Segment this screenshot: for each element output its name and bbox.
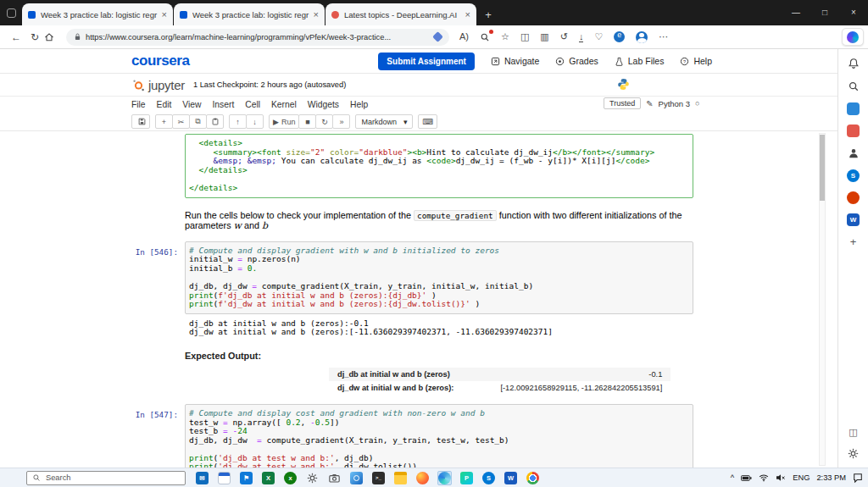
wifi-icon[interactable] bbox=[759, 473, 769, 482]
maximize-button[interactable]: □ bbox=[810, 0, 839, 25]
interrupt-kernel-button[interactable]: ■ bbox=[298, 114, 316, 129]
address-bar[interactable]: https://www.coursera.org/learn/machine-l… bbox=[66, 29, 449, 46]
menu-file[interactable]: File bbox=[131, 100, 146, 109]
code-cell-547[interactable]: # Compute and display cost and gradient … bbox=[185, 404, 693, 468]
menu-kernel[interactable]: Kernel bbox=[271, 100, 297, 109]
grades-button[interactable]: Grades bbox=[555, 56, 598, 66]
run-cell-button[interactable]: ▶ Run bbox=[269, 114, 299, 129]
move-cell-up-button[interactable]: ↑ bbox=[229, 114, 247, 129]
markdown-cell-selected[interactable]: <details> <summary><font size="2" color=… bbox=[185, 134, 693, 198]
firefox-icon[interactable] bbox=[415, 471, 430, 485]
minimize-button[interactable]: — bbox=[782, 0, 810, 25]
tab-close-icon[interactable]: × bbox=[162, 9, 167, 19]
drop-icon[interactable] bbox=[847, 102, 860, 115]
volume-muted-icon[interactable] bbox=[776, 473, 786, 482]
paste-cell-button[interactable] bbox=[206, 114, 224, 129]
sidebar-settings-icon[interactable] bbox=[847, 446, 860, 460]
mail-icon[interactable]: ✉ bbox=[195, 471, 209, 485]
shopping-icon[interactable] bbox=[480, 32, 490, 42]
more-options-icon[interactable]: ⋯ bbox=[659, 32, 668, 42]
copilot-button[interactable] bbox=[842, 28, 864, 46]
taskbar-search[interactable]: Search bbox=[26, 471, 186, 485]
menu-help[interactable]: Help bbox=[350, 100, 368, 109]
terminal-icon[interactable]: >_ bbox=[371, 471, 386, 485]
profile-avatar[interactable] bbox=[636, 31, 648, 43]
xbox-icon[interactable]: x bbox=[283, 471, 298, 485]
bookmark-pin-icon[interactable] bbox=[432, 31, 443, 42]
word-icon[interactable]: W bbox=[847, 213, 860, 226]
start-button[interactable] bbox=[5, 471, 19, 485]
system-clock[interactable]: 2:33 PM bbox=[816, 473, 846, 482]
new-tab-button[interactable]: + bbox=[477, 3, 499, 25]
photos-icon[interactable] bbox=[349, 471, 364, 485]
jupyter-logo[interactable]: jupyter bbox=[131, 78, 185, 92]
add-cell-button[interactable]: + bbox=[155, 114, 173, 129]
move-cell-down-button[interactable]: ↓ bbox=[246, 114, 264, 129]
shopping-bag-icon[interactable] bbox=[847, 125, 860, 137]
coursera-logo[interactable]: coursera bbox=[131, 53, 190, 69]
navigate-button[interactable]: Navigate bbox=[491, 56, 539, 66]
menu-insert[interactable]: Insert bbox=[212, 100, 234, 109]
hidden-icons-chevron[interactable]: ^ bbox=[731, 473, 734, 482]
trusted-badge[interactable]: Trusted bbox=[604, 97, 641, 109]
notifications-bell-icon[interactable] bbox=[847, 57, 860, 70]
tab-close-icon[interactable]: × bbox=[465, 9, 470, 19]
calendar-icon[interactable] bbox=[217, 471, 231, 485]
close-button[interactable]: × bbox=[839, 0, 868, 25]
edge-logo-icon[interactable]: e bbox=[614, 31, 625, 42]
lab-files-button[interactable]: Lab Files bbox=[615, 56, 665, 66]
favorites-star-icon[interactable]: ☆ bbox=[501, 32, 509, 42]
chrome-icon[interactable] bbox=[526, 471, 540, 485]
browser-tab-2[interactable]: Week 3 practice lab: logistic regr × bbox=[174, 3, 325, 25]
office-icon[interactable] bbox=[847, 191, 860, 204]
restart-run-all-button[interactable]: » bbox=[332, 114, 350, 129]
split-screen-icon[interactable]: ◫ bbox=[520, 32, 529, 42]
word-taskbar-icon[interactable]: W bbox=[504, 471, 518, 485]
menu-widgets[interactable]: Widgets bbox=[308, 100, 339, 109]
notebook-scrollbar[interactable] bbox=[819, 133, 826, 466]
help-button[interactable]: ? Help bbox=[680, 56, 712, 66]
history-icon[interactable]: ↺ bbox=[560, 32, 568, 42]
collections-icon[interactable]: ▥ bbox=[540, 32, 548, 42]
restart-kernel-button[interactable]: ↻ bbox=[315, 114, 333, 129]
excel-icon[interactable]: X bbox=[261, 471, 275, 485]
skype-taskbar-icon[interactable]: S bbox=[481, 471, 496, 485]
save-button[interactable] bbox=[131, 114, 150, 129]
copy-cell-button[interactable]: ⧉ bbox=[189, 114, 207, 129]
file-explorer-icon[interactable] bbox=[393, 471, 408, 485]
workspaces-icon[interactable] bbox=[0, 0, 22, 25]
notification-center-icon[interactable] bbox=[853, 473, 863, 483]
menu-view[interactable]: View bbox=[182, 100, 201, 109]
input-prompt-546: In [546]: bbox=[131, 241, 185, 314]
back-button[interactable]: ← bbox=[7, 31, 25, 43]
code-cell-546[interactable]: # Compute and display gradient with w an… bbox=[185, 241, 693, 314]
home-button[interactable] bbox=[44, 32, 63, 42]
read-aloud-icon[interactable]: A) bbox=[459, 32, 469, 42]
battery-icon[interactable] bbox=[741, 474, 752, 482]
tab-close-icon[interactable]: × bbox=[314, 9, 319, 19]
downloads-icon[interactable]: ↓ bbox=[579, 32, 584, 42]
language-indicator[interactable]: ENG bbox=[793, 473, 810, 482]
scrollbar-thumb[interactable] bbox=[820, 135, 825, 201]
customize-sidebar-icon[interactable]: ◫ bbox=[849, 427, 857, 438]
pycharm-icon[interactable]: P bbox=[459, 471, 474, 485]
store-icon[interactable]: ⚑ bbox=[239, 471, 253, 485]
sidebar-search-icon[interactable] bbox=[847, 80, 860, 93]
command-palette-button[interactable]: ⌨ bbox=[418, 114, 437, 129]
menu-cell[interactable]: Cell bbox=[245, 100, 260, 109]
browser-tab-3[interactable]: Latest topics - DeepLearning.AI × bbox=[326, 3, 476, 25]
menu-edit[interactable]: Edit bbox=[157, 100, 172, 109]
add-sidebar-item-button[interactable]: + bbox=[850, 235, 857, 248]
browser-essentials-icon[interactable]: ♡ bbox=[594, 32, 603, 42]
browser-tab-1[interactable]: Week 3 practice lab: logistic regr × bbox=[22, 3, 173, 25]
edge-icon[interactable] bbox=[437, 471, 452, 485]
person-icon[interactable] bbox=[847, 147, 860, 160]
cell-type-dropdown[interactable]: Markdown ▾ bbox=[355, 114, 413, 129]
cut-cell-button[interactable]: ✂ bbox=[172, 114, 190, 129]
copilot-icon bbox=[847, 31, 859, 43]
skype-icon[interactable]: S bbox=[847, 169, 860, 182]
refresh-button[interactable]: ↻ bbox=[25, 31, 44, 43]
submit-assignment-button[interactable]: Submit Assignment bbox=[378, 53, 475, 70]
settings-icon[interactable] bbox=[305, 471, 320, 485]
camera-icon[interactable] bbox=[327, 471, 342, 485]
